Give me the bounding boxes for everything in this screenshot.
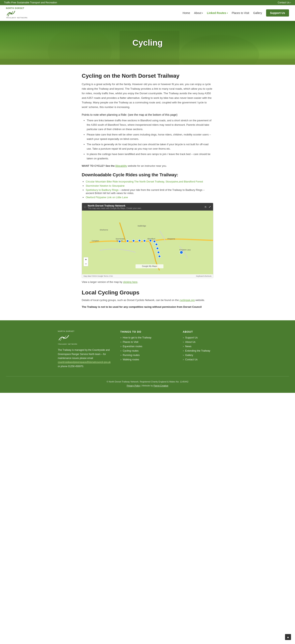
svg-text:Google My Maps: Google My Maps	[142, 265, 157, 267]
local-text: Details of local cycling groups, such as…	[82, 298, 213, 302]
footer-link-support[interactable]: Support Us	[183, 336, 237, 339]
footer-link-contact[interactable]: Contact Us	[183, 358, 237, 361]
footer-link-how-to-get[interactable]: How to get to the Trailway	[120, 336, 175, 339]
points-heading: Points to note when planning a Ride: (se…	[82, 113, 213, 116]
svg-point-24	[158, 255, 161, 258]
logo-top-text: NORTH DORSET	[6, 7, 24, 9]
map-header-right: ⎋ ⤢	[205, 205, 211, 208]
svg-text:Compton: Compton	[92, 240, 99, 242]
top-bar-tagline: Traffic-Free Sustainable Transport and R…	[4, 1, 57, 4]
download-link-sturminster[interactable]: Sturminster Newton to Stourpaine	[86, 184, 125, 187]
footer-link-about-us[interactable]: About Us	[183, 340, 237, 344]
footer-about-col: ABOUT Support Us About Us News Extending…	[183, 330, 237, 368]
svg-text:Sturminster: Sturminster	[116, 238, 125, 240]
footer-link-item: About Us	[183, 340, 237, 344]
nav-about[interactable]: About ▾	[194, 11, 203, 14]
map-zoom-controls[interactable]: + −	[84, 257, 88, 266]
svg-text:Stailbridge: Stailbridge	[138, 225, 146, 227]
header: NORTH DORSET TRAILWAY NETWORK Home About…	[0, 5, 295, 21]
footer-link-equestrian[interactable]: Equestrian routes	[120, 345, 175, 348]
map-zoom-out[interactable]: −	[84, 262, 88, 266]
local-cycling-title: Local Cycling Groups	[82, 290, 213, 296]
map-footer-left: Map data ©2024 Google Terms 2 km	[84, 275, 113, 277]
svg-point-23	[157, 251, 160, 254]
footer-link-item: News	[183, 345, 237, 348]
logo-icon	[6, 9, 16, 17]
nav-gallery[interactable]: Gallery	[253, 11, 262, 14]
footer-link-places[interactable]: Places to Visit	[120, 340, 175, 344]
svg-point-4	[179, 35, 259, 65]
logo: NORTH DORSET TRAILWAY NETWORK	[6, 7, 28, 19]
map-title: North Dorset Trailway Network	[88, 204, 142, 207]
footer-things-links: How to get to the Trailway Places to Vis…	[120, 336, 175, 361]
svg-point-3	[48, 27, 112, 65]
map-larger-link[interactable]: clicking here	[123, 280, 137, 284]
download-link-spetisbury[interactable]: Spetisbury to Badbury Rings	[86, 188, 119, 192]
map-footer-right: Keyboard shortcuts	[196, 275, 211, 277]
footer-link-item: Walking routes	[120, 358, 175, 361]
parrot-link[interactable]: Parrot Creative	[153, 384, 168, 387]
cyclinguk-link[interactable]: cyclinguk.org	[180, 298, 195, 302]
nav-home[interactable]: Home	[183, 11, 190, 14]
main-content: Cycling on the North Dorset Trailway Cyc…	[78, 65, 217, 320]
footer-link-walking[interactable]: Walking routes	[120, 358, 175, 361]
footer-grid: NORTH DORSET TRAILWAY NETWORK The Trailw…	[58, 330, 237, 368]
footer-link-running[interactable]: Running routes	[120, 354, 175, 356]
bikeability-link[interactable]: Bikeability	[115, 164, 127, 167]
nav-places[interactable]: Places to Visit	[232, 11, 249, 14]
privacy-link[interactable]: Privacy Policy	[127, 384, 140, 387]
svg-point-19	[149, 240, 152, 242]
svg-text:Pimperne: Pimperne	[167, 238, 175, 240]
hero-section: Cycling	[0, 21, 295, 65]
contact-us-link[interactable]: Contact Us ›	[278, 1, 291, 4]
download-title: Downloadable Cycle Rides using the Trail…	[82, 172, 213, 178]
svg-point-17	[138, 240, 141, 242]
download-links-list: Circular Mountain Bike Ride incorporatin…	[82, 180, 213, 199]
map-link-text: View a larger version of the map by clic…	[82, 280, 213, 284]
copyright-text: © North Dorset Trailway Network. Registe…	[6, 380, 289, 383]
map-share-icon[interactable]: ⎋	[205, 205, 206, 208]
bullet-item: Please take care that there will be othe…	[87, 132, 213, 141]
footer-link-item: Extending the Trailway	[183, 350, 237, 352]
footer-email[interactable]: countrysideandgreenspace@dorsetcouncil.g…	[58, 361, 111, 364]
footer-bottom: © North Dorset Trailway Network. Registe…	[6, 376, 289, 387]
download-link-okeford[interactable]: Okeford Fitzpaine Link on Little Lane	[86, 196, 128, 199]
map-zoom-in[interactable]: +	[84, 257, 88, 262]
download-link-item: Spetisbury to Badbury Rings – extend you…	[86, 188, 213, 194]
main-nav: Home About ▾ Linked Routes ▾ Places to V…	[183, 9, 289, 16]
map-expand-icon[interactable]: ⬚	[84, 205, 86, 208]
footer-link-news[interactable]: News	[183, 345, 237, 348]
footer-things-col: THINGS TO DO How to get to the Trailway …	[120, 330, 175, 368]
footer-link-extending[interactable]: Extending the Trailway	[183, 350, 237, 352]
map-google[interactable]: Compton Sherborne Sturminster Newton Bla…	[82, 210, 213, 274]
footer-link-item: Support Us	[183, 336, 237, 339]
footer-link-item: Running routes	[120, 354, 175, 356]
nav-linked-routes[interactable]: Linked Routes ▾	[207, 11, 228, 14]
download-link-circular[interactable]: Circular Mountain Bike Ride incorporatin…	[86, 180, 203, 183]
bullet-item: There are links between traffic-free sec…	[87, 118, 213, 132]
footer-link-item: Equestrian routes	[120, 345, 175, 348]
footer-link-item: How to get to the Trailway	[120, 336, 175, 339]
footer-link-gallery[interactable]: Gallery	[183, 354, 237, 356]
map-header: ⬚ North Dorset Trailway Network This map…	[82, 203, 213, 210]
intro-paragraph: Cycling is a great activity for all the …	[82, 82, 213, 110]
top-bar: Traffic-Free Sustainable Transport and R…	[0, 0, 295, 5]
footer-logo-col: NORTH DORSET TRAILWAY NETWORK The Trailw…	[58, 330, 112, 368]
svg-point-20	[153, 240, 156, 242]
map-fullscreen-icon[interactable]: ⤢	[209, 205, 211, 208]
svg-point-25	[180, 251, 183, 254]
support-button[interactable]: Support Us	[266, 9, 289, 16]
footer-link-cycling[interactable]: Cycling routes	[120, 350, 175, 352]
map-subtitle: This map was made with Google My Maps. C…	[88, 207, 142, 209]
footer-things-title: THINGS TO DO	[120, 330, 175, 333]
logo-bottom-text: TRAILWAY NETWORK	[6, 17, 28, 19]
page-title: Cycling on the North Dorset Trailway	[82, 73, 213, 79]
footer-credits: Privacy Policy | Website by Parrot Creat…	[6, 384, 289, 387]
svg-point-28	[63, 337, 64, 338]
svg-rect-2	[120, 31, 179, 65]
bullet-points: There are links between traffic-free sec…	[82, 118, 213, 161]
hero-title: Cycling	[132, 38, 163, 48]
footer-logo-bottom: TRAILWAY NETWORK	[58, 343, 112, 345]
footer-logo-svg	[58, 333, 70, 342]
download-link-item: Sturminster Newton to Stourpaine	[86, 184, 213, 187]
